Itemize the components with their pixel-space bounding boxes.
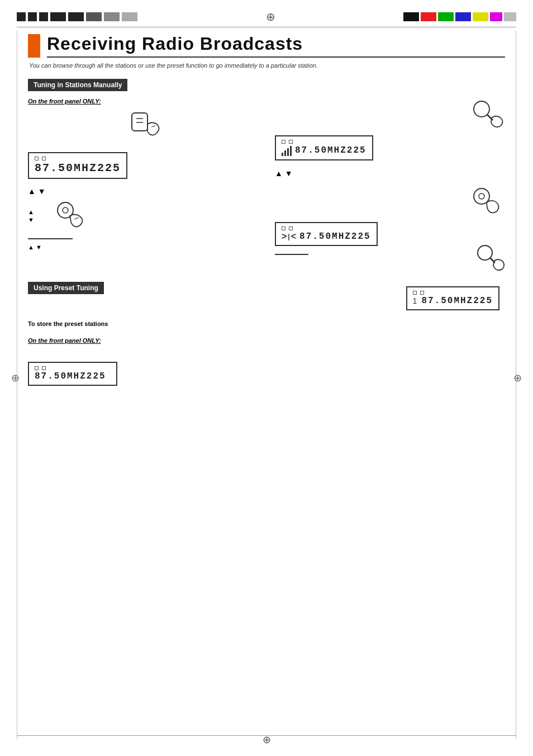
section1-col-right: 87.50MHZ225 ▲ ▼	[275, 98, 505, 259]
blk5	[68, 12, 84, 21]
bar3	[287, 148, 289, 156]
cb4	[455, 12, 471, 21]
dots-2	[282, 140, 367, 144]
dot-3b	[289, 226, 293, 230]
svg-point-5	[63, 207, 68, 213]
cb2	[421, 12, 436, 21]
signal-bars	[282, 145, 292, 156]
circle-hand-svg-right	[466, 184, 505, 218]
bar2	[284, 150, 286, 156]
dot-1b	[42, 157, 46, 160]
display-box-5: 87.50MHZ225	[28, 362, 117, 386]
extra-hand-svg	[472, 243, 505, 271]
dot-1a	[35, 157, 39, 160]
search-hand-wrap	[275, 98, 505, 129]
section2-header: Using Preset Tuning	[28, 282, 104, 294]
cb6	[490, 12, 502, 21]
section1-two-col: On the front panel ONLY:	[28, 98, 505, 259]
top-bar: ⊕	[0, 10, 533, 23]
target-hand-right	[275, 184, 505, 218]
svg-point-10	[479, 193, 484, 199]
dot-5a	[35, 366, 39, 370]
svg-line-3	[151, 126, 155, 127]
blk2	[28, 12, 37, 21]
display3-row: > | < 87.50MHZ225	[282, 231, 371, 242]
display-box-1: 87.50MHZ225	[28, 152, 127, 179]
blk3	[39, 12, 48, 21]
arrows-2-wrap: ▲ ▼	[275, 168, 505, 178]
page-subtitle: You can browse through all the stations …	[29, 62, 505, 69]
svg-point-7	[474, 101, 489, 117]
front-panel-label-2: On the front panel ONLY:	[28, 337, 505, 344]
blk1	[17, 12, 26, 21]
arrows-note: ▲ ▼	[28, 244, 258, 251]
preset-number: 1	[413, 296, 417, 305]
blk4	[50, 12, 66, 21]
margin-left	[17, 31, 17, 739]
display4-row: 1 87.50MHZ225	[413, 296, 493, 306]
top-crosshair: ⊕	[266, 10, 275, 23]
tuner-remote-icon	[121, 110, 165, 143]
steps-area: 87.50MHZ225	[28, 351, 505, 389]
cb7	[504, 12, 516, 21]
right-crosshair: ⊕	[513, 372, 522, 384]
blk6	[86, 12, 102, 21]
display-box-2: 87.50MHZ225	[275, 135, 373, 160]
display-text-4: 87.50MHZ225	[421, 296, 493, 306]
title-color-block	[28, 34, 40, 58]
section1-col-left: On the front panel ONLY:	[28, 98, 258, 259]
display-box-4: 1 87.50MHZ225	[406, 286, 499, 310]
svg-line-6	[74, 218, 79, 219]
dots-5	[35, 366, 111, 370]
arrow-labels: ▲ ▼	[28, 209, 34, 223]
svg-rect-0	[132, 113, 147, 131]
scan-right: <	[291, 231, 296, 242]
display-text-5: 87.50MHZ225	[35, 371, 111, 381]
cb5	[473, 12, 488, 21]
front-panel-label-2-wrap: On the front panel ONLY:	[28, 337, 505, 344]
dot-4b	[420, 291, 424, 295]
front-panel-label-1: On the front panel ONLY:	[28, 98, 258, 105]
scan-bar: |	[288, 233, 289, 240]
circle-hand-svg	[49, 198, 88, 231]
blk7	[104, 12, 120, 21]
scanning-indicator: > | <	[282, 231, 296, 242]
scan-left: >	[282, 231, 287, 242]
blk8	[122, 12, 137, 21]
store-label: To store the preset stations	[28, 320, 108, 327]
dot-2b	[289, 140, 293, 144]
display-box-3: > | < 87.50MHZ225	[275, 222, 378, 246]
cb3	[438, 12, 454, 21]
sep-line-1	[28, 238, 73, 239]
section1-header: Tuning in Stations Manually	[28, 79, 127, 91]
arrow-up-label: ▲	[28, 209, 34, 215]
top-bar-left-blocks	[17, 12, 137, 21]
search-hand-svg	[466, 98, 505, 129]
page-title: Receiving Radio Broadcasts	[47, 34, 505, 58]
arrow-down-label: ▼	[28, 216, 34, 223]
top-hr	[17, 27, 516, 27]
dots-1	[35, 157, 121, 160]
dots-4	[413, 291, 493, 295]
circle-hand-icon	[49, 198, 88, 234]
section-preset-tuning: Using Preset Tuning 1 87.50MHZ225 To sto…	[28, 282, 505, 389]
page-title-wrap: Receiving Radio Broadcasts	[28, 34, 505, 58]
left-crosshair: ⊕	[11, 372, 20, 384]
section-tuning-manually: Tuning in Stations Manually On the front…	[28, 79, 505, 259]
dot-5b	[42, 366, 46, 370]
bar4	[290, 146, 292, 156]
main-content: Receiving Radio Broadcasts You can brows…	[28, 34, 505, 389]
hand-icon-wrap-1	[28, 110, 258, 143]
arrows-note-text: ▲ ▼	[28, 244, 42, 251]
bottom-hr	[17, 735, 516, 736]
dot-2a	[282, 140, 285, 144]
dots-3	[282, 226, 371, 230]
cb1	[403, 12, 419, 21]
sep-line-right	[275, 254, 308, 255]
remote-hand-svg-1	[121, 110, 165, 141]
display2-row: 87.50MHZ225	[282, 145, 367, 156]
store-label-wrap: To store the preset stations	[28, 318, 505, 328]
dot-4a	[413, 291, 417, 295]
top-bar-right-colors	[403, 12, 516, 21]
dot-3a	[282, 226, 285, 230]
